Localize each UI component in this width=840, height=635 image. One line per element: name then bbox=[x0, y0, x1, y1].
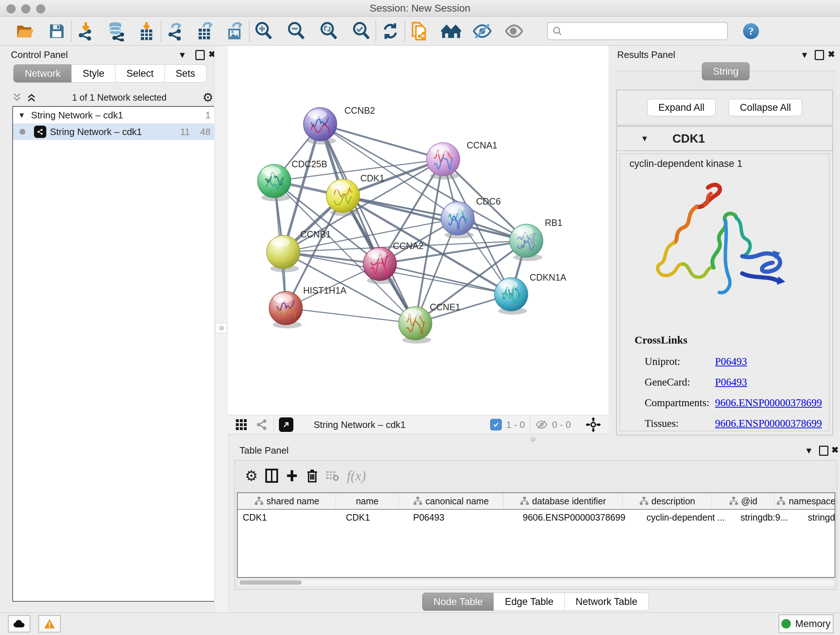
tab-select[interactable]: Select bbox=[115, 65, 164, 82]
column-header[interactable]: name bbox=[336, 493, 399, 509]
column-header[interactable]: database identifier bbox=[504, 493, 622, 509]
import-table-button[interactable] bbox=[136, 21, 157, 42]
protein-structure-image bbox=[645, 178, 801, 323]
table-cell[interactable]: CDK1 bbox=[341, 510, 408, 525]
collapse-all-icon[interactable] bbox=[12, 92, 22, 103]
help-button[interactable]: ? bbox=[743, 23, 759, 39]
float-panel-icon[interactable] bbox=[819, 446, 829, 457]
export-table-button[interactable] bbox=[195, 21, 216, 42]
node-table: shared name name canonical name database… bbox=[237, 492, 835, 578]
tab-node-table[interactable]: Node Table bbox=[422, 593, 494, 611]
close-panel-icon[interactable]: ✖ bbox=[828, 49, 835, 59]
float-panel-icon[interactable] bbox=[195, 50, 205, 62]
zoom-out-button[interactable] bbox=[286, 21, 307, 42]
cloud-status-button[interactable] bbox=[8, 615, 30, 632]
table-options-gear-icon[interactable]: ⚙ bbox=[241, 467, 262, 484]
delete-table-button[interactable] bbox=[322, 470, 343, 482]
crosslink-row: Uniprot: P06493 bbox=[645, 352, 829, 372]
left-splitter-handle[interactable] bbox=[216, 323, 227, 333]
toggle-string-images-button[interactable] bbox=[472, 21, 493, 42]
toggle-enhanced-labels-button[interactable] bbox=[504, 21, 524, 42]
table-cell[interactable]: stringdb bbox=[803, 510, 835, 525]
network-options-gear-icon[interactable]: ⚙ bbox=[202, 90, 213, 105]
horizontal-splitter-handle[interactable] bbox=[531, 437, 535, 442]
close-panel-icon[interactable]: ✖ bbox=[831, 445, 838, 455]
panel-menu-chevron-icon[interactable]: ▼ bbox=[805, 446, 813, 456]
save-session-button[interactable] bbox=[46, 21, 67, 42]
warnings-button[interactable] bbox=[38, 615, 61, 632]
table-cell[interactable]: cyclin-dependent ... bbox=[641, 510, 736, 525]
column-header[interactable]: namespace bbox=[775, 493, 835, 509]
network-type-icon bbox=[34, 126, 46, 138]
table-panel-body: ⚙ bbox=[234, 460, 837, 590]
tab-network[interactable]: Network bbox=[13, 65, 72, 82]
protein-header-row[interactable]: ▼ CDK1 bbox=[617, 127, 832, 151]
column-header[interactable]: canonical name bbox=[399, 493, 504, 509]
selected-nodes-checkbox[interactable] bbox=[490, 419, 502, 431]
tab-string[interactable]: String bbox=[702, 62, 750, 80]
column-header[interactable]: shared name bbox=[238, 493, 336, 509]
crosslink-value[interactable]: P06493 bbox=[715, 356, 747, 367]
import-network-from-database-button[interactable] bbox=[106, 21, 126, 42]
delete-column-button[interactable] bbox=[302, 469, 322, 483]
table-horizontal-scrollbar[interactable] bbox=[237, 579, 835, 586]
tab-sets[interactable]: Sets bbox=[164, 65, 207, 82]
function-builder-button[interactable]: f(x) bbox=[346, 468, 366, 484]
table-cell[interactable]: CDK1 bbox=[238, 510, 341, 525]
status-bar: Memory bbox=[0, 613, 840, 635]
network-canvas[interactable]: CCNB2CCNA1CDC25BCDK1CDC6RB1CCNB1CCNA2CDK… bbox=[228, 46, 608, 415]
tab-network-table[interactable]: Network Table bbox=[564, 593, 649, 611]
attribute-icon bbox=[254, 496, 264, 506]
import-network-button[interactable] bbox=[75, 21, 96, 42]
crosslink-value[interactable]: 9606.ENSP00000378699 bbox=[715, 417, 822, 429]
crosslink-row: Tissues: 9606.ENSP00000378699 bbox=[645, 414, 829, 431]
memory-button[interactable]: Memory bbox=[778, 614, 834, 633]
table-cell[interactable]: stringdb:9... bbox=[736, 510, 803, 525]
network-view-toolbar: String Network – cdk1 1 - 0 0 - 0 bbox=[228, 415, 608, 434]
fit-content-crosshair-icon[interactable] bbox=[585, 417, 601, 432]
float-panel-icon[interactable] bbox=[815, 50, 824, 62]
network-edge-count: 48 bbox=[200, 126, 210, 138]
table-cell[interactable]: 9606.ENSP00000378699 bbox=[518, 510, 641, 525]
search-input[interactable] bbox=[566, 25, 719, 37]
crosslink-label: Compartments: bbox=[645, 393, 714, 412]
crosslink-value[interactable]: P06493 bbox=[715, 376, 747, 388]
string-protein-query-button[interactable] bbox=[409, 21, 430, 42]
birdseye-view-button[interactable] bbox=[279, 417, 294, 432]
node-label: CDK1 bbox=[360, 173, 385, 183]
expand-all-icon[interactable] bbox=[27, 92, 36, 103]
panel-menu-chevron-icon[interactable]: ▼ bbox=[800, 50, 809, 60]
show-grid-button[interactable] bbox=[236, 419, 247, 430]
import-table-icon bbox=[137, 21, 156, 41]
column-header[interactable]: description bbox=[622, 493, 712, 509]
crosslink-value[interactable]: 9606.ENSP00000378699 bbox=[715, 397, 822, 409]
network-row[interactable]: String Network – cdk1 11 48 bbox=[13, 124, 216, 140]
table-cell[interactable]: P06493 bbox=[408, 510, 518, 525]
collection-expander-icon[interactable]: ▼ bbox=[18, 111, 25, 119]
houses-icon bbox=[441, 21, 462, 42]
string-home-button[interactable] bbox=[441, 21, 462, 42]
open-session-button[interactable] bbox=[14, 21, 35, 42]
column-header[interactable]: @id bbox=[712, 493, 775, 509]
network-share-icon[interactable] bbox=[256, 418, 268, 431]
search-box bbox=[547, 22, 728, 40]
zoom-fit-button[interactable] bbox=[318, 21, 339, 42]
scrollbar-thumb[interactable] bbox=[240, 580, 302, 585]
expand-all-button[interactable]: Expand All bbox=[647, 99, 716, 116]
string-network-graph[interactable]: CCNB2CCNA1CDC25BCDK1CDC6RB1CCNB1CCNA2CDK… bbox=[228, 46, 608, 415]
collapse-all-button[interactable]: Collapse All bbox=[729, 99, 802, 116]
table-row[interactable]: CDK1 CDK1 P06493 9606.ENSP00000378699 cy… bbox=[238, 510, 835, 525]
export-image-button[interactable] bbox=[224, 21, 245, 42]
panel-menu-chevron-icon[interactable]: ▼ bbox=[178, 50, 187, 60]
tab-edge-table[interactable]: Edge Table bbox=[493, 593, 565, 611]
table-header-row: shared name name canonical name database… bbox=[238, 493, 835, 510]
export-network-button[interactable] bbox=[165, 21, 186, 42]
zoom-selected-button[interactable] bbox=[351, 21, 372, 42]
tab-style[interactable]: Style bbox=[71, 65, 115, 82]
create-column-button[interactable] bbox=[282, 469, 302, 483]
apply-layout-button[interactable] bbox=[380, 21, 401, 42]
zoom-in-button[interactable] bbox=[253, 21, 274, 42]
show-columns-button[interactable] bbox=[262, 469, 282, 483]
protein-expander-icon[interactable]: ▼ bbox=[641, 134, 649, 143]
network-collection-row[interactable]: ▼ String Network – cdk1 1 bbox=[13, 107, 216, 124]
